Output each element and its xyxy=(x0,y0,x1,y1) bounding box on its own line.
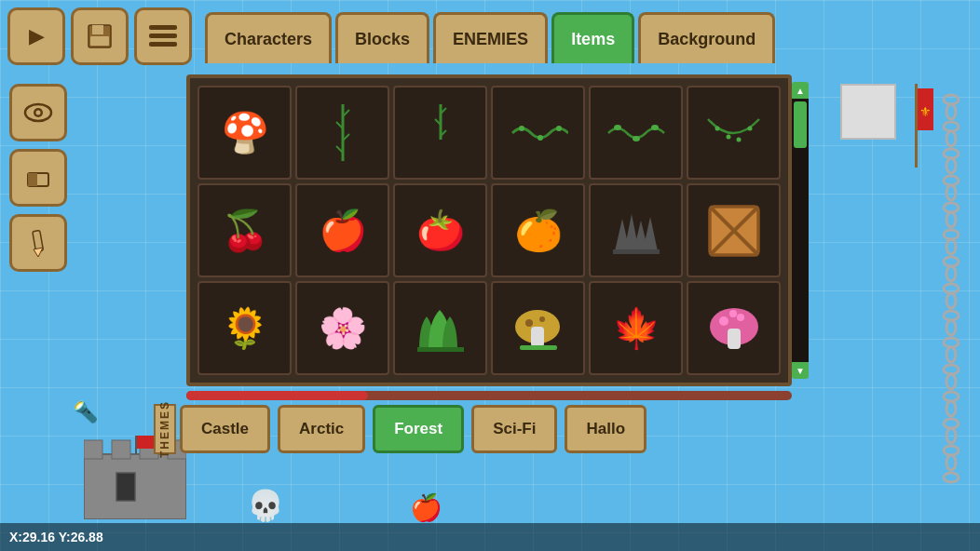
item-vine-short[interactable] xyxy=(393,86,487,180)
svg-point-70 xyxy=(946,293,956,308)
items-grid: 🍄 xyxy=(197,86,781,375)
progress-fill xyxy=(186,391,368,400)
category-tabs: Characters Blocks ENEMIES Items Backgrou… xyxy=(205,7,775,65)
item-vine-chain2[interactable] xyxy=(589,86,683,180)
svg-point-82 xyxy=(946,455,956,470)
svg-point-68 xyxy=(946,266,956,281)
svg-point-44 xyxy=(525,319,533,327)
coordinates: X:29.16 Y:26.88 xyxy=(9,530,103,544)
panel-scrollbar[interactable]: ▲ ▼ xyxy=(792,82,809,379)
svg-rect-52 xyxy=(915,84,918,168)
svg-rect-43 xyxy=(531,327,544,347)
items-panel: 🍄 xyxy=(186,74,792,386)
svg-rect-41 xyxy=(417,347,464,352)
svg-text:⚜: ⚜ xyxy=(919,104,932,119)
theme-hallo[interactable]: Hallo xyxy=(565,405,647,453)
svg-point-62 xyxy=(946,185,956,200)
svg-point-27 xyxy=(651,125,659,130)
theme-castle[interactable]: Castle xyxy=(180,405,270,453)
status-bar: X:29.16 Y:26.88 xyxy=(0,523,980,551)
item-mushroom-gold[interactable] xyxy=(491,281,585,375)
svg-point-56 xyxy=(946,104,956,119)
item-vine-chain[interactable] xyxy=(491,86,585,180)
item-cherries[interactable]: 🍒 xyxy=(197,183,292,277)
svg-point-29 xyxy=(727,134,731,139)
svg-point-60 xyxy=(946,158,956,173)
svg-point-72 xyxy=(946,320,956,335)
item-tomato[interactable]: 🍅 xyxy=(393,183,487,277)
save-button[interactable] xyxy=(71,7,129,65)
svg-point-28 xyxy=(715,126,720,130)
item-vine-tall[interactable] xyxy=(295,86,389,180)
item-flower[interactable]: 🌸 xyxy=(295,281,389,375)
theme-forest[interactable]: Forest xyxy=(373,405,464,453)
item-vine-necklace[interactable] xyxy=(687,86,781,180)
svg-rect-89 xyxy=(116,473,135,501)
apple-ground-decoration: 🍎 xyxy=(410,492,442,523)
tab-items[interactable]: Items xyxy=(551,12,634,63)
svg-rect-2 xyxy=(90,36,109,46)
svg-rect-48 xyxy=(728,329,741,349)
pencil-tool-button[interactable] xyxy=(9,214,67,272)
svg-point-76 xyxy=(946,374,956,389)
svg-point-78 xyxy=(946,401,956,416)
grass-icon xyxy=(410,302,470,354)
menu-icon xyxy=(149,25,177,47)
theme-scifi[interactable]: Sci-Fi xyxy=(471,405,557,453)
svg-rect-91 xyxy=(137,436,154,449)
crate-icon xyxy=(706,203,762,259)
chain-decoration xyxy=(940,86,963,490)
item-apple[interactable]: 🍎 xyxy=(295,183,389,277)
menu-button[interactable] xyxy=(134,7,192,65)
vine-necklace-icon xyxy=(703,114,764,152)
torch-decoration: 🔦 xyxy=(73,400,98,424)
item-spikes[interactable] xyxy=(589,183,683,277)
scroll-track xyxy=(792,99,809,362)
svg-point-50 xyxy=(737,314,744,321)
white-square-decoration xyxy=(840,84,896,140)
svg-rect-85 xyxy=(84,440,102,459)
svg-rect-4 xyxy=(149,34,177,38)
item-mushroom[interactable]: 🍄 xyxy=(197,86,292,180)
tab-characters[interactable]: Characters xyxy=(205,12,332,63)
scroll-up-button[interactable]: ▲ xyxy=(792,82,809,99)
save-icon xyxy=(85,21,115,51)
toolbar: ▶ Characters Blocks ENEMIES Items Backgr… xyxy=(0,0,980,73)
svg-rect-36 xyxy=(613,249,660,254)
svg-rect-90 xyxy=(135,436,137,454)
svg-point-31 xyxy=(748,126,753,130)
svg-point-26 xyxy=(633,136,640,141)
tab-enemies[interactable]: ENEMIES xyxy=(433,12,548,63)
item-pink-mushroom[interactable] xyxy=(687,281,781,375)
item-sunflower[interactable]: 🌻 xyxy=(197,281,292,375)
item-grass[interactable] xyxy=(393,281,487,375)
svg-point-58 xyxy=(946,131,956,146)
scroll-thumb xyxy=(794,101,807,148)
svg-rect-5 xyxy=(149,42,177,47)
svg-point-49 xyxy=(719,316,728,326)
spikes-icon xyxy=(606,200,666,261)
svg-point-51 xyxy=(729,310,737,317)
pencil-icon xyxy=(25,229,51,257)
item-orange[interactable]: 🍊 xyxy=(491,183,585,277)
vine-chain2-icon xyxy=(606,119,666,147)
svg-point-80 xyxy=(946,428,956,443)
scroll-down-button[interactable]: ▼ xyxy=(792,362,809,379)
item-redleaf[interactable]: 🍁 xyxy=(589,281,683,375)
vine-short-icon xyxy=(427,102,455,163)
svg-point-25 xyxy=(614,125,621,130)
svg-rect-86 xyxy=(112,440,130,459)
svg-point-83 xyxy=(944,473,959,482)
svg-point-66 xyxy=(946,239,956,254)
eye-tool-button[interactable] xyxy=(9,84,67,141)
tab-blocks[interactable]: Blocks xyxy=(335,12,429,63)
eraser-icon xyxy=(24,164,52,192)
tab-background[interactable]: Background xyxy=(638,12,775,63)
svg-rect-1 xyxy=(92,25,103,34)
svg-point-64 xyxy=(946,212,956,227)
item-crate[interactable] xyxy=(687,183,781,277)
theme-arctic[interactable]: Arctic xyxy=(278,405,365,453)
play-button[interactable]: ▶ xyxy=(7,7,65,65)
panel-progress-bar xyxy=(186,391,792,400)
eraser-tool-button[interactable] xyxy=(9,149,67,207)
